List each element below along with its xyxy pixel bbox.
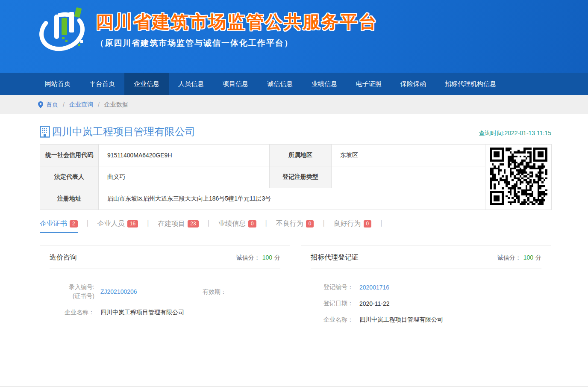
breadcrumb-separator: / [63, 101, 65, 108]
tab-bad-behavior[interactable]: 不良行为 0 [276, 219, 314, 233]
certificate-card-bidding-agency: 招标代理登记证 诚信分：100分 登记编号： 202001716 登记日期： 2… [301, 245, 551, 380]
site-header: 四川省建筑市场监管公共服务平台 （原四川省建筑市场监管与诚信一体化工作平台） [0, 0, 588, 73]
credit-score-unit: 分 [535, 254, 541, 261]
certificate-number-link[interactable]: ZJ202100206 [100, 288, 182, 295]
site-title: 四川省建筑市场监管公共服务平台 [96, 10, 378, 34]
info-value-credit-code: 91511400MA6420GE9H [99, 145, 270, 166]
credit-score-label: 诚信分： [497, 254, 521, 261]
tab-count-badge: 0 [248, 220, 256, 228]
card-title: 招标代理登记证 [311, 253, 359, 262]
nav-item-project-info[interactable]: 项目信息 [213, 73, 258, 95]
nav-item-e-certificate[interactable]: 电子证照 [347, 73, 391, 95]
credit-score-label: 诚信分： [236, 254, 260, 261]
cert-number-label: 录入编号: (证书号) [50, 283, 94, 301]
credit-score-value: 100 [523, 254, 533, 261]
info-value-registered-address: 眉山市东坡区眉州大道东三段天天向上186号5幢1单元11层3号 [99, 188, 485, 210]
tab-count-badge: 0 [306, 220, 314, 228]
detail-tabs: 企业证书 2 | 企业人员 16 | 在建项目 23 | 业绩信息 0 | 不良… [40, 219, 551, 233]
nav-item-bidding-agency-info[interactable]: 招标代理机构信息 [435, 73, 506, 95]
info-label-registered-address: 注册地址 [40, 188, 99, 210]
location-pin-icon [38, 101, 43, 108]
tab-enterprise-certificates[interactable]: 企业证书 2 [40, 219, 78, 233]
tab-performance-info[interactable]: 业绩信息 0 [218, 219, 256, 233]
certificate-card-cost-consulting: 造价咨询 诚信分：100分 录入编号: (证书号) ZJ202100206 有效… [40, 245, 290, 380]
registration-number-link[interactable]: 202001716 [359, 284, 389, 291]
company-name-value: 四川中岚工程项目管理有限公司 [100, 309, 184, 316]
validity-label: 有效期： [182, 287, 226, 296]
info-label-region: 所属地区 [270, 145, 332, 166]
tab-projects-under-construction[interactable]: 在建项目 23 [158, 219, 198, 233]
tab-label: 业绩信息 [218, 219, 246, 228]
tab-label: 不良行为 [276, 219, 303, 228]
qr-code-cell [485, 145, 552, 210]
info-label-credit-code: 统一社会信用代码 [40, 145, 99, 166]
tab-label: 良好行为 [334, 219, 361, 228]
tab-label: 企业人员 [97, 219, 125, 228]
site-logo-icon [37, 4, 89, 55]
tab-count-badge: 0 [364, 220, 372, 228]
tab-label: 企业证书 [40, 219, 67, 228]
table-row: 注册地址 眉山市东坡区眉州大道东三段天天向上186号5幢1单元11层3号 [40, 188, 552, 210]
nav-item-insurance-guarantee[interactable]: 保险保函 [391, 73, 435, 95]
tab-count-badge: 16 [127, 220, 138, 228]
tab-separator: | [208, 219, 209, 227]
tab-count-badge: 23 [188, 220, 198, 228]
nav-item-platform-home[interactable]: 平台首页 [80, 73, 124, 95]
tab-good-behavior[interactable]: 良好行为 0 [334, 219, 372, 233]
tab-separator: | [380, 219, 382, 227]
table-row: 法定代表人 曲义巧 登记注册类型 [40, 166, 552, 188]
registration-date-value: 2020-11-22 [359, 300, 390, 307]
main-nav: 网站首页 平台首页 企业信息 人员信息 项目信息 诚信信息 业绩信息 电子证照 … [0, 73, 588, 95]
breadcrumb-separator: / [98, 101, 100, 108]
credit-score: 诚信分：100分 [497, 254, 541, 262]
nav-item-home[interactable]: 网站首页 [35, 73, 80, 95]
main-content: 四川中岚工程项目管理有限公司 查询时间:2022-01-13 11:15 统一社… [40, 125, 551, 380]
info-value-registration-type [332, 166, 485, 188]
table-row: 统一社会信用代码 91511400MA6420GE9H 所属地区 东坡区 [40, 145, 552, 166]
registration-date-label: 登记日期： [311, 299, 353, 308]
tab-separator: | [87, 219, 88, 227]
nav-item-enterprise-info[interactable]: 企业信息 [124, 73, 169, 95]
breadcrumb-enterprise-search[interactable]: 企业查询 [69, 101, 93, 109]
breadcrumb-current: 企业数据 [104, 101, 128, 109]
site-subtitle: （原四川省建筑市场监管与诚信一体化工作平台） [96, 38, 378, 49]
nav-item-credit-info[interactable]: 诚信信息 [258, 73, 302, 95]
breadcrumb-home[interactable]: 首页 [46, 101, 58, 109]
breadcrumb: 首页 / 企业查询 / 企业数据 [0, 95, 588, 114]
query-time: 查询时间:2022-01-13 11:15 [479, 130, 551, 139]
company-name-label: 企业名称： [50, 308, 94, 317]
tab-separator: | [323, 219, 324, 227]
tab-enterprise-personnel[interactable]: 企业人员 16 [97, 219, 138, 233]
credit-score: 诚信分：100分 [236, 254, 280, 262]
company-title: 四川中岚工程项目管理有限公司 [40, 125, 195, 139]
nav-item-performance-info[interactable]: 业绩信息 [302, 73, 347, 95]
company-name-value: 四川中岚工程项目管理有限公司 [359, 316, 443, 324]
company-name-label: 企业名称： [311, 315, 353, 324]
page-bottom-divider [0, 386, 588, 390]
tab-label: 在建项目 [158, 219, 185, 228]
building-icon [40, 126, 50, 138]
tab-separator: | [147, 219, 149, 227]
tab-separator: | [265, 219, 267, 227]
company-name-heading: 四川中岚工程项目管理有限公司 [52, 125, 195, 139]
company-info-table: 统一社会信用代码 91511400MA6420GE9H 所属地区 东坡区 法定代… [40, 144, 552, 210]
registration-number-label: 登记编号： [311, 283, 353, 292]
qr-code [490, 148, 547, 205]
info-label-legal-rep: 法定代表人 [40, 166, 99, 188]
nav-item-personnel-info[interactable]: 人员信息 [169, 73, 213, 95]
info-value-legal-rep: 曲义巧 [99, 166, 270, 188]
info-value-region: 东坡区 [332, 145, 485, 166]
info-label-registration-type: 登记注册类型 [270, 166, 332, 188]
tab-count-badge: 2 [70, 220, 78, 228]
credit-score-unit: 分 [274, 254, 280, 261]
card-title: 造价咨询 [50, 253, 77, 262]
credit-score-value: 100 [262, 254, 272, 261]
